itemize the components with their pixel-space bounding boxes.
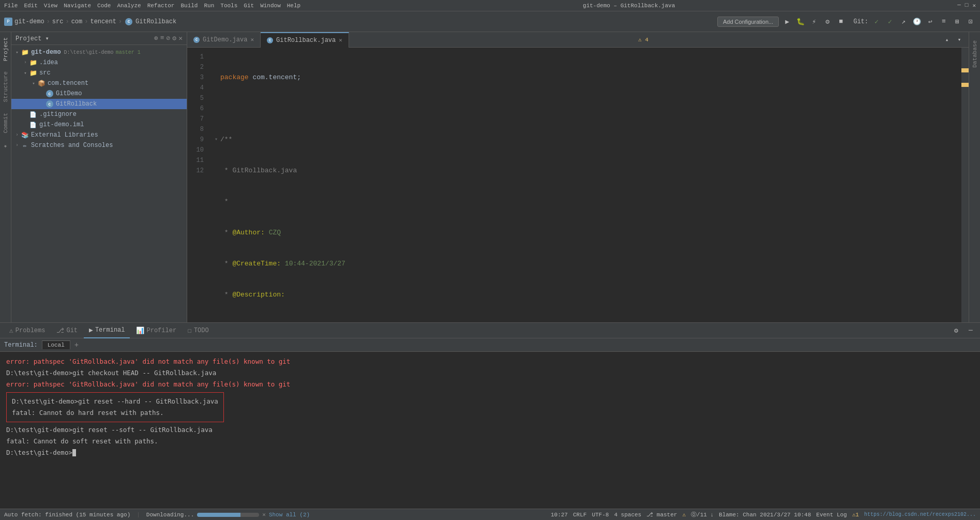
terminal-settings-icon[interactable]: ⚙ xyxy=(951,325,961,336)
terminal-line-cmd2: D:\test\git-demo>git reset --hard -- Git… xyxy=(12,396,218,407)
git-push-icon[interactable]: ✓ xyxy=(885,17,895,27)
window-controls[interactable]: ─ □ ✕ xyxy=(957,2,976,9)
close-button[interactable]: ✕ xyxy=(972,2,976,9)
terminal-hide-icon[interactable]: ─ xyxy=(966,325,976,336)
stop-button[interactable]: ■ xyxy=(836,17,846,27)
menu-view[interactable]: View xyxy=(44,3,57,9)
crlf-status[interactable]: CRLF xyxy=(573,512,586,518)
add-configuration-button[interactable]: Add Configuration... xyxy=(717,17,779,27)
terminal-add-tab[interactable]: + xyxy=(70,340,83,350)
collapse-editor-icon[interactable]: ▴ xyxy=(942,35,952,45)
tree-item-src[interactable]: ▾ 📁 src xyxy=(11,68,187,78)
progress-cancel-icon[interactable]: ✕ xyxy=(262,511,266,518)
sidebar-item-project[interactable]: Project xyxy=(1,32,10,66)
tab-git-label: Git xyxy=(66,327,78,334)
tree-arrow-idea[interactable]: › xyxy=(22,59,29,66)
tab-close-gitdemo[interactable]: ✕ xyxy=(250,36,254,43)
settings-panel-icon[interactable]: ⚙ xyxy=(172,34,176,42)
debug-button[interactable]: 🐛 xyxy=(795,17,806,27)
terminal-local-tab[interactable]: Local xyxy=(42,340,70,349)
run-button[interactable]: ▶ xyxy=(782,17,792,27)
tree-item-iml[interactable]: › 📄 git-demo.iml xyxy=(11,120,187,130)
menu-tools[interactable]: Tools xyxy=(220,3,237,9)
breadcrumb-file[interactable]: GitRollback xyxy=(135,18,176,25)
tree-item-gitignore[interactable]: › 📄 .gitignore xyxy=(11,109,187,120)
maximize-editor-icon[interactable]: ⊡ xyxy=(966,17,976,27)
menu-build[interactable]: Build xyxy=(180,3,198,9)
tab-terminal[interactable]: ▶ Terminal xyxy=(84,323,130,338)
hide-panel-icon[interactable]: ✕ xyxy=(178,34,183,42)
tab-close-gitrollback[interactable]: ✕ xyxy=(339,37,342,43)
blame-status: Blame: Chan 2021/3/27 10:48 xyxy=(719,512,811,518)
tab-problems[interactable]: ⚠ Problems xyxy=(4,323,50,338)
collapse-icon[interactable]: ≡ xyxy=(160,34,164,42)
tree-arrow-src[interactable]: ▾ xyxy=(22,69,29,77)
tree-item-scratches[interactable]: › ✏️ Scratches and Consoles xyxy=(11,140,187,151)
maximize-button[interactable]: □ xyxy=(965,2,969,9)
filter-icon[interactable]: ⊘ xyxy=(167,34,171,42)
menu-help[interactable]: Help xyxy=(287,3,300,9)
settings-button[interactable]: ⚙ xyxy=(822,17,833,27)
menu-analyze[interactable]: Analyze xyxy=(117,3,141,9)
fold-icon-1[interactable] xyxy=(212,72,220,83)
minimize-button[interactable]: ─ xyxy=(957,2,961,9)
menu-edit[interactable]: Edit xyxy=(24,3,37,9)
tree-item-external-libs[interactable]: › 📚 External Libraries xyxy=(11,130,187,140)
show-all-link[interactable]: Show all (2) xyxy=(269,512,310,518)
tree-label-gitrollback: GitRollback xyxy=(56,100,97,108)
git-annotate-icon[interactable]: ≡ xyxy=(939,17,949,27)
event-log[interactable]: Event Log xyxy=(816,512,847,518)
menu-git[interactable]: Git xyxy=(244,3,254,9)
tree-item-gitrollback[interactable]: › C GitRollback xyxy=(11,99,187,109)
menu-code[interactable]: Code xyxy=(97,3,111,9)
git-arrow-icon[interactable]: ↗ xyxy=(898,17,909,27)
branch-status[interactable]: ⎇ master xyxy=(646,511,677,518)
restore-layout-icon[interactable]: ⊞ xyxy=(952,17,962,27)
push-pull-status[interactable]: ⓪/11 ↓ xyxy=(691,511,714,518)
tree-item-com-tencent[interactable]: ▾ 📦 com.tencent xyxy=(11,78,187,88)
breadcrumb-src[interactable]: src xyxy=(52,18,64,25)
menu-run[interactable]: Run xyxy=(204,3,214,9)
tab-gitdemo[interactable]: C GitDemo.java ✕ xyxy=(187,32,261,48)
sidebar-item-commit[interactable]: Commit xyxy=(1,108,10,139)
menu-bar[interactable]: File Edit View Navigate Code Analyze Ref… xyxy=(4,3,300,9)
tree-item-git-demo[interactable]: ▾ 📁 git-demo D:\test\git-demo master 1 xyxy=(11,47,187,57)
sidebar-item-structure[interactable]: Structure xyxy=(1,66,10,107)
tree-item-gitdemo[interactable]: › C GitDemo xyxy=(11,88,187,99)
sidebar-item-extra[interactable]: ★ xyxy=(1,138,10,155)
tree-label-src: src xyxy=(39,69,51,77)
tab-git[interactable]: ⎇ Git xyxy=(51,323,83,338)
tab-gitrollback[interactable]: C GitRollback.java ✕ xyxy=(261,32,349,48)
fold-icon-3[interactable]: ▾ xyxy=(212,135,220,145)
tree-item-idea[interactable]: › 📁 .idea xyxy=(11,57,187,68)
code-content[interactable]: package com.tencent; ▾ /** * GitRollback… xyxy=(208,48,961,322)
locate-icon[interactable]: ⊕ xyxy=(154,34,158,42)
encoding-status[interactable]: UTF-8 xyxy=(592,512,609,518)
coverage-button[interactable]: ⚡ xyxy=(809,17,819,27)
breadcrumb-tencent[interactable]: tencent xyxy=(90,18,116,25)
csdn-link[interactable]: https://blog.csdn.net/recexps2102... xyxy=(864,512,976,517)
indent-status[interactable]: 4 spaces xyxy=(614,512,641,518)
menu-navigate[interactable]: Navigate xyxy=(64,3,91,9)
tab-todo[interactable]: ☐ TODO xyxy=(183,323,214,338)
code-line-8: * @Description: xyxy=(212,290,961,300)
terminal-content[interactable]: error: pathspec 'GitRollback.java' did n… xyxy=(0,352,980,509)
menu-window[interactable]: Window xyxy=(260,3,281,9)
menu-refactor[interactable]: Refactor xyxy=(147,3,175,9)
breadcrumb-com[interactable]: com xyxy=(71,18,83,25)
java-icon-gitrollback: C xyxy=(46,100,54,108)
tree-arrow-com-tencent[interactable]: ▾ xyxy=(30,80,37,87)
tree-arrow-external-libs[interactable]: › xyxy=(13,131,21,139)
git-history-icon[interactable]: 🕐 xyxy=(912,17,922,27)
sidebar-item-database[interactable]: Database xyxy=(971,36,979,72)
terminal-line-cmd1: D:\test\git-demo>git checkout HEAD -- Gi… xyxy=(6,367,974,379)
menu-file[interactable]: File xyxy=(4,3,18,9)
tab-profiler[interactable]: 📊 Profiler xyxy=(131,323,182,338)
tree-arrow-git-demo[interactable]: ▾ xyxy=(13,49,21,56)
tree-arrow-scratches[interactable]: › xyxy=(13,142,21,149)
expand-editor-icon[interactable]: ▾ xyxy=(954,35,964,45)
right-gutter xyxy=(961,48,969,322)
git-check-icon[interactable]: ✓ xyxy=(871,17,882,27)
git-revert-icon[interactable]: ↩ xyxy=(925,17,936,27)
breadcrumb-git-demo[interactable]: git-demo xyxy=(14,18,44,25)
